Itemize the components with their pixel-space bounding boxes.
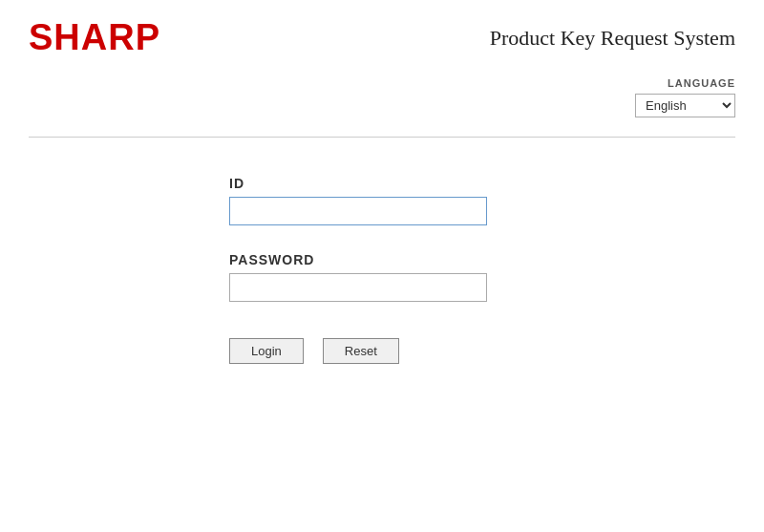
id-label: ID — [229, 176, 487, 191]
language-select[interactable]: English Japanese French German Spanish — [635, 94, 735, 117]
id-field-group: ID — [229, 176, 487, 225]
button-row: Login Reset — [229, 338, 399, 364]
password-label: PASSWORD — [229, 252, 487, 267]
form-container: ID PASSWORD Login Reset — [0, 138, 764, 364]
language-label: LANGUAGE — [668, 77, 735, 89]
password-field-group: PASSWORD — [229, 252, 487, 302]
header: SHARP Product Key Request System — [0, 0, 764, 68]
logo: SHARP — [29, 17, 160, 58]
page-title: Product Key Request System — [490, 26, 735, 51]
password-input[interactable] — [229, 273, 487, 302]
login-button[interactable]: Login — [229, 338, 304, 364]
id-input[interactable] — [229, 197, 487, 225]
language-section: LANGUAGE English Japanese French German … — [0, 68, 764, 117]
reset-button[interactable]: Reset — [323, 338, 399, 364]
